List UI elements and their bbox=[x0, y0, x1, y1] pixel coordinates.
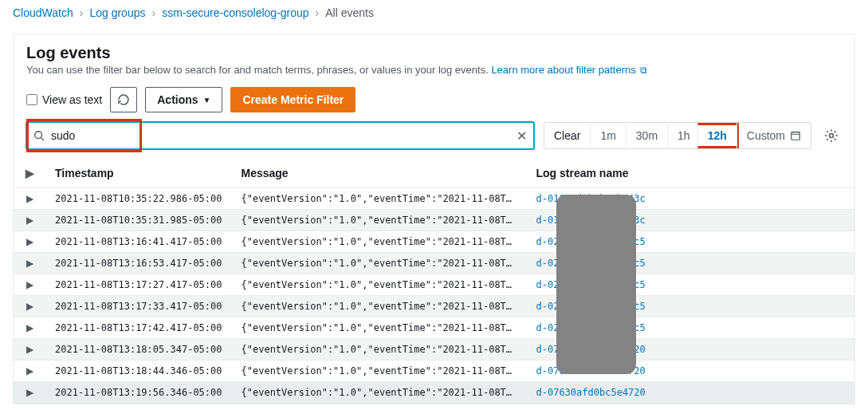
view-as-text-checkbox[interactable]: View as text bbox=[26, 93, 102, 106]
refresh-icon bbox=[117, 93, 130, 106]
cell-message: {"eventVersion":"1.0","eventTime":"2021-… bbox=[232, 231, 527, 253]
chevron-right-icon: › bbox=[80, 6, 84, 19]
cell-timestamp: 2021-11-08T13:18:05.347-05:00 bbox=[45, 339, 232, 361]
time-range-group: Clear 1m 30m 1h 12h Custom bbox=[544, 122, 811, 149]
expand-row-icon[interactable]: ▶ bbox=[26, 215, 33, 226]
page-subtitle: You can use the filter bar below to sear… bbox=[26, 64, 842, 76]
caret-down-icon: ▼ bbox=[203, 96, 211, 104]
cell-message: {"eventVersion":"1.0","eventTime":"2021-… bbox=[232, 188, 527, 210]
clear-input-icon[interactable]: ✕ bbox=[516, 128, 527, 144]
time-range-clear[interactable]: Clear bbox=[544, 123, 590, 148]
time-range-custom-label: Custom bbox=[747, 129, 785, 142]
redacted-region bbox=[556, 195, 636, 374]
chevron-right-icon: › bbox=[151, 6, 155, 19]
svg-point-0 bbox=[35, 132, 42, 139]
time-range-1m[interactable]: 1m bbox=[590, 123, 625, 148]
log-stream-link[interactable]: d-07630afd0bc5e4720 bbox=[536, 387, 646, 398]
actions-button[interactable]: Actions ▼ bbox=[145, 87, 222, 112]
view-as-text-input[interactable] bbox=[26, 94, 37, 105]
refresh-button[interactable] bbox=[110, 87, 137, 112]
cell-message: {"eventVersion":"1.0","eventTime":"2021-… bbox=[232, 361, 527, 382]
breadcrumb-log-groups[interactable]: Log groups bbox=[89, 6, 145, 19]
table-row: ▶ 2021-11-08T13:19:56.346-05:00 {"eventV… bbox=[14, 382, 854, 404]
cell-timestamp: 2021-11-08T13:16:53.417-05:00 bbox=[45, 253, 232, 274]
table-row: ▶ 2021-11-08T13:16:41.417-05:00 {"eventV… bbox=[14, 231, 854, 253]
cell-timestamp: 2021-11-08T13:18:44.346-05:00 bbox=[45, 361, 232, 382]
expand-row-icon[interactable]: ▶ bbox=[26, 365, 33, 376]
svg-point-2 bbox=[830, 134, 834, 138]
breadcrumb: CloudWatch › Log groups › ssm-secure-con… bbox=[0, 0, 868, 26]
cell-timestamp: 2021-11-08T13:17:33.417-05:00 bbox=[45, 296, 232, 317]
time-range-1h[interactable]: 1h bbox=[667, 123, 700, 148]
expand-row-icon[interactable]: ▶ bbox=[26, 344, 33, 355]
expand-row-icon[interactable]: ▶ bbox=[26, 322, 33, 333]
expand-all-icon[interactable]: ▶ bbox=[26, 167, 34, 179]
external-link-icon: ⧉ bbox=[640, 65, 647, 76]
expand-row-icon[interactable]: ▶ bbox=[26, 193, 33, 204]
table-row: ▶ 2021-11-08T13:16:53.417-05:00 {"eventV… bbox=[14, 253, 854, 274]
search-icon bbox=[33, 130, 45, 141]
log-events-panel: Log events You can use the filter bar be… bbox=[13, 34, 855, 404]
gear-icon bbox=[821, 128, 842, 143]
cell-message: {"eventVersion":"1.0","eventTime":"2021-… bbox=[232, 253, 527, 274]
time-range-30m[interactable]: 30m bbox=[626, 123, 667, 148]
col-timestamp[interactable]: Timestamp bbox=[45, 159, 232, 188]
cell-timestamp: 2021-11-08T10:35:31.985-05:00 bbox=[45, 210, 232, 231]
expand-row-icon[interactable]: ▶ bbox=[26, 301, 33, 312]
col-stream[interactable]: Log stream name bbox=[527, 159, 854, 188]
cell-timestamp: 2021-11-08T13:17:42.417-05:00 bbox=[45, 317, 232, 339]
filter-input-wrap[interactable]: ✕ bbox=[26, 122, 534, 149]
expand-row-icon[interactable]: ▶ bbox=[26, 236, 33, 247]
learn-more-link[interactable]: Learn more about filter patterns bbox=[491, 64, 635, 76]
table-row: ▶ 2021-11-08T13:17:27.417-05:00 {"eventV… bbox=[14, 274, 854, 296]
page-title: Log events bbox=[26, 44, 842, 62]
chevron-right-icon: › bbox=[316, 6, 320, 19]
cell-message: {"eventVersion":"1.0","eventTime":"2021-… bbox=[232, 296, 527, 317]
calendar-icon bbox=[790, 130, 801, 141]
events-table: ▶ Timestamp Message Log stream name ▶ 20… bbox=[14, 159, 854, 404]
breadcrumb-current: All events bbox=[325, 6, 374, 19]
settings-button[interactable] bbox=[821, 122, 842, 149]
table-row: ▶ 2021-11-08T13:17:33.417-05:00 {"eventV… bbox=[14, 296, 854, 317]
cell-message: {"eventVersion":"1.0","eventTime":"2021-… bbox=[232, 210, 527, 231]
filter-input[interactable] bbox=[51, 129, 510, 142]
cell-timestamp: 2021-11-08T10:35:22.986-05:00 bbox=[45, 188, 232, 210]
breadcrumb-root[interactable]: CloudWatch bbox=[13, 6, 73, 19]
time-range-custom[interactable]: Custom bbox=[736, 123, 811, 148]
cell-message: {"eventVersion":"1.0","eventTime":"2021-… bbox=[232, 339, 527, 361]
create-metric-filter-button[interactable]: Create Metric Filter bbox=[230, 87, 355, 112]
toolbar: View as text Actions ▼ Create Metric Fil… bbox=[14, 84, 854, 122]
time-range-12h[interactable]: 12h bbox=[697, 123, 739, 148]
table-row: ▶ 2021-11-08T13:18:05.347-05:00 {"eventV… bbox=[14, 339, 854, 361]
expand-row-icon[interactable]: ▶ bbox=[26, 279, 33, 290]
col-message[interactable]: Message bbox=[232, 159, 527, 188]
table-row: ▶ 2021-11-08T13:18:44.346-05:00 {"eventV… bbox=[14, 361, 854, 382]
cell-message: {"eventVersion":"1.0","eventTime":"2021-… bbox=[232, 317, 527, 339]
svg-rect-1 bbox=[791, 132, 800, 140]
cell-timestamp: 2021-11-08T13:17:27.417-05:00 bbox=[45, 274, 232, 296]
view-as-text-label: View as text bbox=[42, 93, 102, 106]
cell-timestamp: 2021-11-08T13:19:56.346-05:00 bbox=[45, 382, 232, 404]
actions-label: Actions bbox=[157, 93, 198, 106]
table-row: ▶ 2021-11-08T10:35:31.985-05:00 {"eventV… bbox=[14, 210, 854, 231]
table-row: ▶ 2021-11-08T10:35:22.986-05:00 {"eventV… bbox=[14, 188, 854, 210]
expand-row-icon[interactable]: ▶ bbox=[26, 387, 33, 398]
cell-message: {"eventVersion":"1.0","eventTime":"2021-… bbox=[232, 382, 527, 404]
expand-row-icon[interactable]: ▶ bbox=[26, 258, 33, 269]
table-row: ▶ 2021-11-08T13:17:42.417-05:00 {"eventV… bbox=[14, 317, 854, 339]
breadcrumb-group-name[interactable]: ssm-secure-consolelog-group bbox=[162, 6, 308, 19]
cell-timestamp: 2021-11-08T13:16:41.417-05:00 bbox=[45, 231, 232, 253]
cell-message: {"eventVersion":"1.0","eventTime":"2021-… bbox=[232, 274, 527, 296]
